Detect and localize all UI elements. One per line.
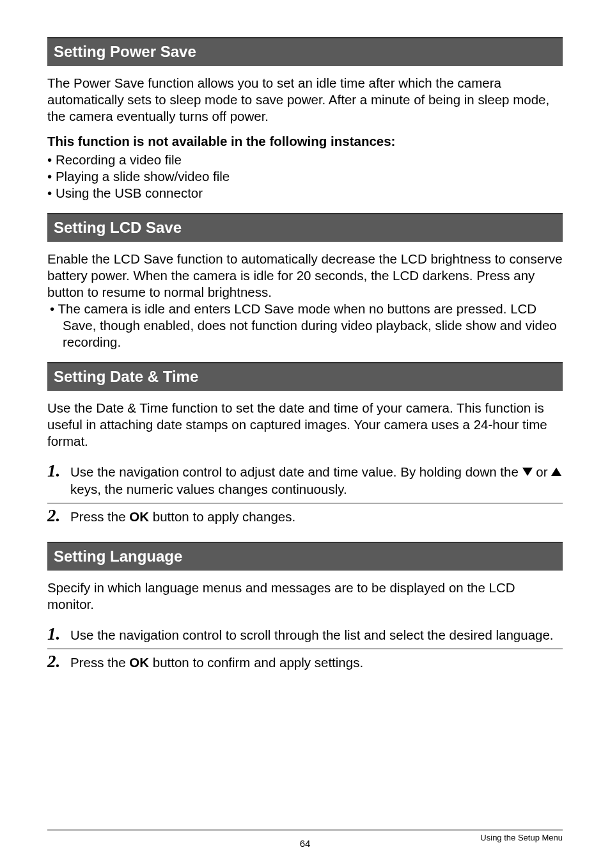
page-number: 64 xyxy=(0,838,610,849)
step-number: 1 xyxy=(47,626,70,643)
list-power-save-unavailable: Recording a video file Playing a slide s… xyxy=(47,152,563,201)
step-text: Use the navigation control to adjust dat… xyxy=(70,464,522,479)
paragraph-date-time: Use the Date & Time function to set the … xyxy=(47,400,563,450)
step-text: button to apply changes. xyxy=(149,509,295,524)
footer-divider xyxy=(47,829,563,831)
ok-label: OK xyxy=(129,509,149,524)
subheading-unavailable: This function is not available in the fo… xyxy=(47,134,563,149)
list-item: Using the USB connector xyxy=(47,185,563,201)
page-content: Setting Power Save The Power Save functi… xyxy=(0,0,610,676)
step-text: Press the xyxy=(70,509,129,524)
step-1: 1 Use the navigation control to adjust d… xyxy=(47,459,563,502)
step-body: Press the OK button to confirm and apply… xyxy=(70,654,563,671)
list-item: Recording a video file xyxy=(47,152,563,168)
step-text: keys, the numeric values changes continu… xyxy=(70,482,347,496)
step-2: 2 Press the OK button to apply changes. xyxy=(47,503,563,530)
list-item: Playing a slide show/video file xyxy=(47,168,563,185)
step-body: Use the navigation control to scroll thr… xyxy=(70,627,563,643)
step-body: Use the navigation control to adjust dat… xyxy=(70,464,563,497)
heading-lcd-save: Setting LCD Save xyxy=(47,213,563,242)
step-1: 1 Use the navigation control to scroll t… xyxy=(47,622,563,649)
list-item: The camera is idle and enters LCD Save m… xyxy=(47,301,563,351)
step-number: 2 xyxy=(47,653,70,670)
heading-language: Setting Language xyxy=(47,542,563,571)
paragraph-power-save: The Power Save function allows you to se… xyxy=(47,75,563,125)
step-text: Press the xyxy=(70,655,129,670)
ok-label: OK xyxy=(129,655,149,670)
heading-power-save: Setting Power Save xyxy=(47,37,563,66)
step-body: Press the OK button to apply changes. xyxy=(70,509,563,525)
triangle-up-icon xyxy=(551,468,561,476)
steps-language: 1 Use the navigation control to scroll t… xyxy=(47,622,563,676)
step-text: or xyxy=(533,464,552,479)
triangle-down-icon xyxy=(522,468,533,476)
step-text: button to confirm and apply settings. xyxy=(149,655,363,670)
steps-date-time: 1 Use the navigation control to adjust d… xyxy=(47,459,563,530)
paragraph-lcd-save: Enable the LCD Save function to automati… xyxy=(47,251,563,301)
step-number: 1 xyxy=(47,462,70,480)
step-text: Use the navigation control to scroll thr… xyxy=(70,627,554,642)
list-lcd-save-note: The camera is idle and enters LCD Save m… xyxy=(47,301,563,351)
step-number: 2 xyxy=(47,507,70,525)
step-2: 2 Press the OK button to confirm and app… xyxy=(47,649,563,676)
paragraph-language: Specify in which language menus and mess… xyxy=(47,580,563,613)
heading-date-time: Setting Date & Time xyxy=(47,362,563,391)
